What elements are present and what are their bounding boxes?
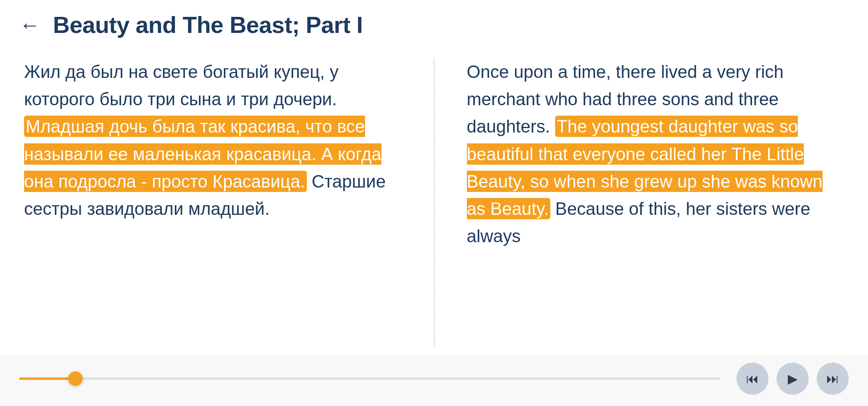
header: ← Beauty and The Beast; Part I: [0, 0, 868, 46]
back-button[interactable]: ←: [19, 14, 40, 35]
column-divider: [434, 58, 435, 347]
left-column-russian: Жил да был на свете богатый купец, у кот…: [24, 58, 426, 347]
right-column-english: Once upon a time, there lived a very ric…: [443, 58, 844, 347]
progress-track: [19, 377, 720, 380]
progress-fill: [19, 377, 75, 380]
progress-thumb[interactable]: [68, 371, 83, 386]
forward-button[interactable]: ⏭: [817, 363, 849, 395]
progress-bar-container[interactable]: [19, 377, 720, 381]
playback-controls: ⏮ ▶ ⏭: [736, 363, 849, 395]
russian-plain-intro: Жил да был на свете богатый купец, у кот…: [24, 62, 339, 109]
player-bar: ⏮ ▶ ⏭: [0, 355, 868, 406]
page-title: Beauty and The Beast; Part I: [53, 11, 363, 38]
play-button[interactable]: ▶: [777, 363, 809, 395]
content-area: Жил да был на свете богатый купец, у кот…: [0, 46, 868, 355]
rewind-button[interactable]: ⏮: [736, 363, 769, 395]
